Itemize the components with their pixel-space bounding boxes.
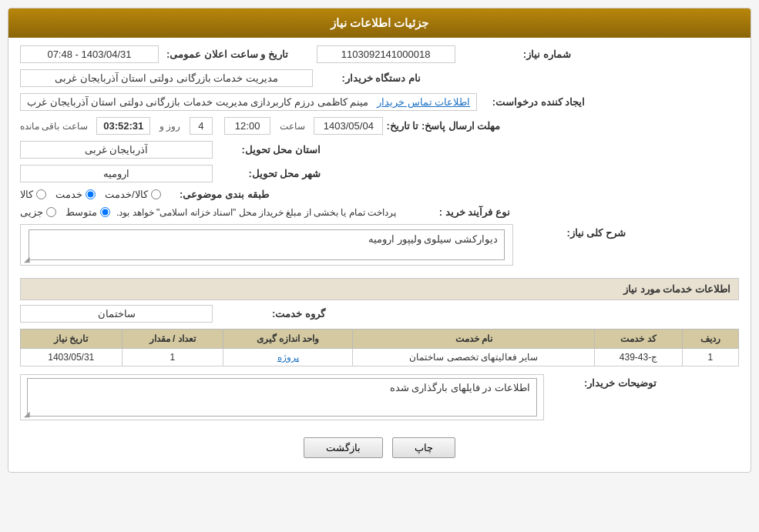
shahr-value: ارومیه (20, 165, 213, 182)
cell-tarikh: 1403/05/31 (21, 349, 123, 366)
page-title: جزئیات اطلاعات نیاز (8, 8, 751, 38)
col-tedad: تعداد / مقدار (122, 330, 223, 349)
tabaqe-radio-group: کالا/خدمت خدمت کالا (20, 189, 161, 200)
mohlat-baqi-label: ساعت باقی مانده (20, 121, 88, 132)
nam-label: نام دستگاه خریدار: (313, 72, 421, 84)
ijad-link[interactable]: اطلاعات تماس خریدار (377, 96, 470, 108)
grooh-label: گروه خدمت: (217, 308, 325, 320)
shahr-label: شهر محل تحویل: (213, 168, 321, 179)
mohlat-label: مهلت ارسال پاسخ: تا تاریخ: (386, 120, 500, 132)
noetype-text: پرداخت تمام یا بخشی از مبلغ خریداز محل "… (116, 207, 396, 218)
col-tarikh: تاریخ نیاز (21, 330, 123, 349)
radio-khedmat[interactable]: خدمت (55, 189, 96, 200)
ijad-value: مینم کاظمی درزم کاربردازی مدیریت خدمات ب… (27, 96, 368, 108)
tarikh-value: 1403/04/31 - 07:48 (20, 45, 159, 63)
grooh-value: ساختمان (20, 305, 213, 323)
cell-tedad: 1 (122, 349, 223, 366)
ostan-label: استان محل تحویل: (213, 144, 321, 156)
toshih-label: توضیحات خریدار: (549, 377, 657, 389)
noetype-label: نوع فرآیند خرید : (402, 206, 510, 218)
tabaqe-label: طبقه بندی موضوعی: (161, 189, 269, 200)
toshih-resize[interactable]: ◢ (24, 410, 30, 418)
col-radif: ردیف (682, 330, 738, 349)
mohlat-rooz-label: روز و (160, 121, 180, 132)
radio-jazii[interactable]: جزیی (20, 206, 56, 218)
table-row: 1 ج-43-439 سایر فعالیتهای تخصصی ساختمان … (21, 349, 739, 366)
mohlat-baqi: 03:52:31 (96, 117, 150, 135)
toshih-box[interactable]: اطلاعات در فایلهای بارگذاری شده ◢ (20, 374, 544, 420)
shmare-niaz-label: شماره نیاز: (463, 49, 571, 60)
ostan-value: آذربایجان غربی (20, 141, 213, 159)
mohlat-saat: 12:00 (224, 117, 270, 135)
service-table: ردیف کد خدمت نام خدمت واحد اندازه گیری ت… (20, 329, 739, 366)
nam-value: مدیریت خدمات بازرگانی دولتی استان آذربای… (20, 69, 313, 87)
cell-kod: ج-43-439 (595, 349, 682, 366)
radio-motawaset[interactable]: متوسط (65, 206, 110, 218)
cell-nam: سایر فعالیتهای تخصصی ساختمان (353, 349, 595, 366)
col-vahed: واحد اندازه گیری (223, 330, 352, 349)
resize-handle[interactable]: ◢ (24, 255, 30, 263)
ijad-label: ایجاد کننده درخواست: (477, 96, 585, 108)
shmare-niaz-value: 1103092141000018 (317, 45, 455, 63)
mohlat-rooz: 4 (190, 117, 213, 135)
bazgasht-button[interactable]: بازگشت (304, 437, 383, 458)
cell-vahed[interactable]: پروژه (223, 349, 352, 366)
service-section-header: اطلاعات خدمات مورد نیاز (20, 278, 739, 300)
tarikh-label: تاریخ و ساعت اعلان عمومی: (166, 49, 288, 60)
radio-kala-khedmat[interactable]: کالا/خدمت (105, 189, 161, 200)
sharh-label: شرح کلی نیاز: (518, 227, 626, 239)
col-nam: نام خدمت (353, 330, 595, 349)
chap-button[interactable]: چاپ (392, 437, 455, 458)
radio-kala[interactable]: کالا (20, 189, 46, 200)
noetype-radio-group: متوسط جزیی (20, 206, 110, 218)
mohlat-saat-label: ساعت (280, 121, 305, 132)
toshih-inner: اطلاعات در فایلهای بارگذاری شده (27, 378, 537, 417)
mohlat-date: 1403/05/04 (314, 117, 383, 135)
sharh-value: دیوارکشی سیلوی ولیپور ارومیه (29, 229, 505, 260)
col-kod: کد خدمت (595, 330, 682, 349)
cell-radif: 1 (682, 349, 738, 366)
